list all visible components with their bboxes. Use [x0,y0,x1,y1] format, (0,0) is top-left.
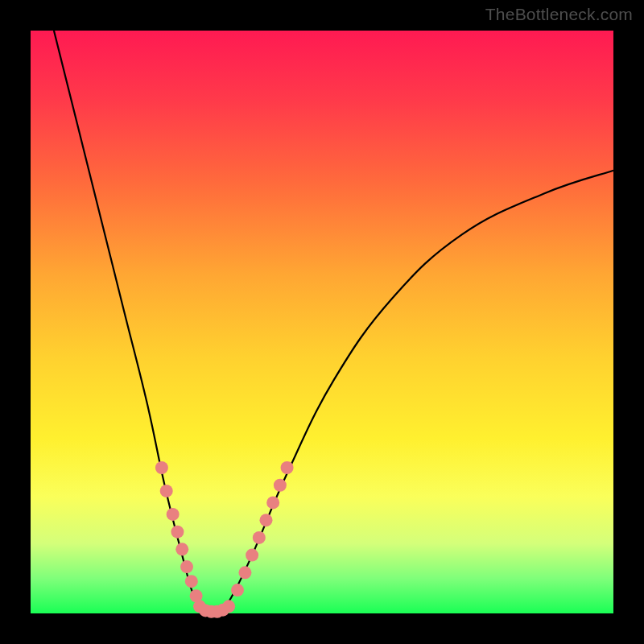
data-dot [281,461,294,474]
data-dot [259,514,272,526]
chart-stage: TheBottleneck.com [0,0,644,644]
bottleneck-curve [54,31,613,616]
data-dot [180,560,193,573]
watermark-text: TheBottleneck.com [485,5,633,24]
data-dot [222,600,235,613]
data-dot [171,526,184,539]
data-dot [175,543,188,555]
data-dots [155,461,294,618]
data-dot [266,496,279,509]
data-dot [185,575,198,588]
data-dot [238,566,251,579]
plot-area [31,31,613,613]
data-dot [274,479,287,492]
data-dot [155,461,168,474]
data-dot [246,549,258,562]
data-dot [167,508,180,521]
data-dot [160,485,173,497]
data-dot [253,531,266,544]
curve-svg [31,31,613,613]
data-dot [231,584,244,597]
